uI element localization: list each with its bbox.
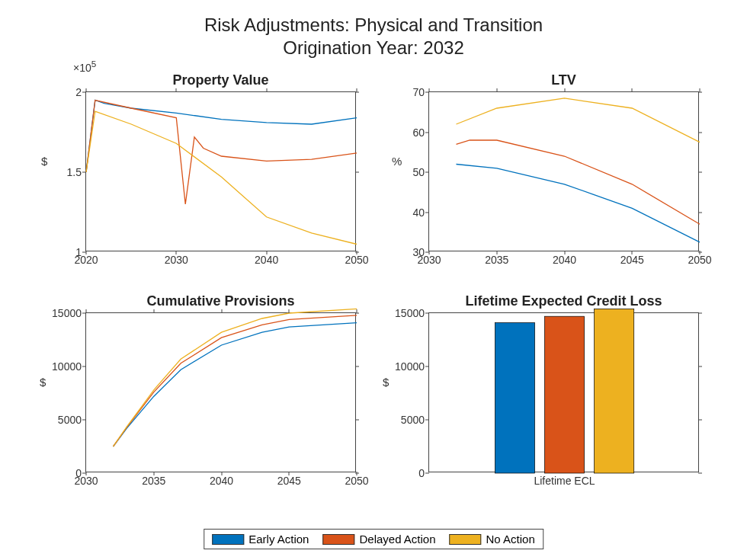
- series-line: [457, 165, 701, 242]
- y-tick: 1: [75, 246, 82, 258]
- series-line: [457, 98, 701, 142]
- legend-label: No Action: [486, 533, 535, 546]
- y-tick: 0: [418, 467, 425, 479]
- series-line: [114, 315, 357, 446]
- legend-swatch: [212, 534, 244, 545]
- legend-item-early-action: Early Action: [212, 533, 309, 546]
- plot-svg: [429, 313, 700, 473]
- y-exponent: ×105: [73, 59, 96, 74]
- series-line: [86, 101, 357, 173]
- y-tick: 70: [412, 86, 425, 98]
- plot-svg: [86, 92, 357, 252]
- y-tick: 40: [412, 206, 425, 219]
- y-tick: 15000: [52, 307, 82, 319]
- legend-label: Early Action: [248, 533, 309, 546]
- chart-box-cumprov: 20302035204020452050050001000015000: [85, 312, 356, 472]
- x-tick: 2050: [345, 254, 368, 266]
- x-tick: 2035: [142, 475, 165, 487]
- y-tick: 10000: [52, 360, 82, 373]
- y-tick: 50: [412, 166, 425, 178]
- chart-title-property-value: Property Value: [85, 72, 356, 88]
- chart-box-property-value: 202020302040205011.52: [85, 91, 356, 251]
- legend-swatch: [322, 534, 354, 545]
- y-tick: 2: [75, 86, 82, 98]
- panel-ltv: LTV 203020352040204520503040506070 %: [428, 72, 699, 251]
- y-axis-label: $: [41, 155, 47, 168]
- plot-svg: [86, 313, 357, 473]
- bar: [495, 323, 534, 473]
- page-title: Risk Adjustments: Physical and Transitio…: [0, 0, 747, 59]
- y-tick: 10000: [395, 360, 425, 373]
- panel-property-value: Property Value ×105 202020302040205011.5…: [85, 72, 356, 251]
- series-line: [86, 111, 357, 244]
- x-tick: 2045: [620, 254, 644, 266]
- y-tick: 30: [412, 246, 425, 258]
- x-tick: 2045: [277, 475, 301, 487]
- chart-box-ltv: 203020352040204520503040506070: [428, 91, 699, 251]
- series-line: [86, 101, 357, 205]
- chart-title-ecl: Lifetime Expected Credit Loss: [428, 293, 699, 309]
- panel-lifetime-ecl: Lifetime Expected Credit Loss 0500010000…: [428, 293, 699, 472]
- series-line: [114, 323, 357, 446]
- y-tick: 5000: [58, 414, 82, 426]
- x-tick: 2030: [165, 254, 188, 266]
- y-axis-label: $: [383, 376, 389, 389]
- legend: Early Action Delayed Action No Action: [204, 529, 543, 549]
- bar: [545, 316, 585, 473]
- y-tick: 60: [412, 126, 425, 139]
- bar: [595, 309, 634, 473]
- panel-cumulative-provisions: Cumulative Provisions 203020352040204520…: [85, 293, 356, 472]
- x-tick: 2050: [688, 254, 711, 266]
- title-line-2: Origination Year: 2032: [283, 37, 464, 58]
- title-line-1: Risk Adjustments: Physical and Transitio…: [204, 14, 543, 35]
- x-tick: 2040: [553, 254, 576, 266]
- series-line: [114, 309, 357, 446]
- x-tick: 2035: [485, 254, 508, 266]
- y-tick: 15000: [395, 307, 425, 319]
- y-axis-label: $: [40, 376, 46, 389]
- legend-swatch: [450, 534, 482, 545]
- legend-item-no-action: No Action: [450, 533, 535, 546]
- chart-title-ltv: LTV: [428, 72, 699, 88]
- y-axis-label: %: [392, 155, 402, 168]
- y-tick: 0: [75, 467, 82, 479]
- y-tick: 5000: [401, 414, 425, 426]
- plot-svg: [429, 92, 700, 252]
- legend-item-delayed-action: Delayed Action: [322, 533, 435, 546]
- series-line: [457, 140, 701, 224]
- x-tick: 2050: [345, 475, 368, 487]
- x-tick: 2040: [210, 475, 233, 487]
- legend-label: Delayed Action: [359, 533, 435, 546]
- chart-title-cumprov: Cumulative Provisions: [85, 293, 356, 309]
- y-tick: 1.5: [67, 166, 82, 178]
- chart-grid: Property Value ×105 202020302040205011.5…: [0, 72, 747, 499]
- x-tick: 2040: [255, 254, 278, 266]
- chart-box-ecl: 050001000015000Lifetime ECL: [428, 312, 699, 472]
- x-tick: Lifetime ECL: [534, 475, 595, 487]
